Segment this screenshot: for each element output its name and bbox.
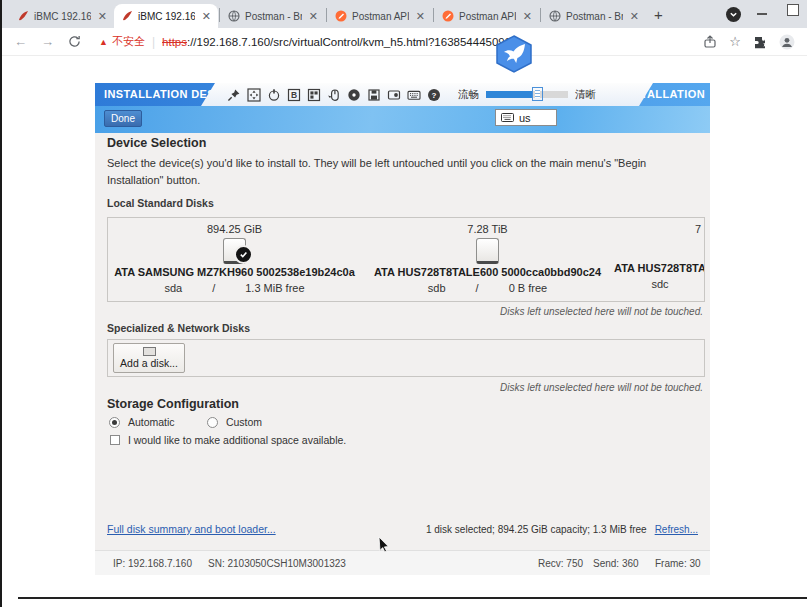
tab-label: Postman - Browse [245,11,302,22]
help-icon[interactable]: ? [425,86,442,103]
disk-size: 7 [614,223,705,235]
disk-sda[interactable]: 894.25 GiB ATA SAMSUNG MZ7KH960 5002538e… [108,218,361,301]
status-send: Send: 360 [593,558,639,569]
back-icon[interactable]: ← [14,34,27,49]
tab-strip: iBMC 192.168.7.16 ✕ iBMC 192.168.7.16 ✕ … [0,0,807,28]
profile-avatar[interactable] [779,34,795,50]
radio-custom[interactable]: Custom [207,416,262,428]
disk-size: 894.25 GiB [108,223,361,235]
tab-ibmc-2-active[interactable]: iBMC 192.168.7.16 ✕ [114,4,218,28]
extensions-puzzle-icon[interactable] [753,35,767,49]
slider-label-smooth: 流畅 [458,88,479,102]
url-scheme: https [162,36,187,48]
disk-name: ATA HUS728T8TALE600 5000cca0bbd90c24 [361,266,614,278]
local-disks-panel: 894.25 GiB ATA SAMSUNG MZ7KH960 5002538e… [107,217,705,302]
window-edge-left [0,0,2,607]
bookmark-star-icon[interactable]: ☆ [729,34,741,49]
installer-content: Device Selection Select the device(s) yo… [95,133,710,550]
tab-close-icon[interactable]: ✕ [200,10,211,23]
new-tab-button[interactable]: + [654,6,663,23]
tab-label: Postman API Platfo [352,11,409,22]
refresh-icon[interactable] [68,35,81,48]
forward-icon[interactable]: → [41,34,54,49]
keyboard-layout-value: us [519,112,531,124]
display-record-icon[interactable] [385,86,402,103]
status-ip: IP: 192.168.7.160 [113,558,192,569]
keyboard-layout-indicator[interactable]: us [495,109,557,126]
media-control-icon[interactable] [726,7,741,22]
fullscreen-icon[interactable] [245,86,262,103]
tab-ibmc-1[interactable]: iBMC 192.168.7.16 ✕ [10,4,114,28]
selection-summary: 1 disk selected; 894.25 GiB capacity; 1.… [426,524,647,535]
disk-dev: sda [164,282,182,294]
svg-text:B: B [290,90,296,100]
tab-label: Postman - Browse [566,11,623,22]
pin-icon[interactable] [225,86,242,103]
quality-slider[interactable] [486,91,568,98]
kvm-viewer: INSTALLATION DEST STALLATION B ? 流畅 清晰 [95,83,710,575]
power-icon[interactable] [265,86,282,103]
status-recv: Recv: 750 [538,558,583,569]
postman-favicon [335,10,347,22]
warning-triangle-icon: ▲ [99,37,108,47]
kvm-status-bar: IP: 192.168.7.160 SN: 2103050CSH10M30013… [95,550,710,575]
disk-dev: sdb [428,282,446,294]
disk-selected-check-icon [234,245,253,264]
tab-close-icon[interactable]: ✕ [307,10,318,23]
tab-postman-browse-2[interactable]: Postman - Browse ✕ [542,4,646,28]
done-button[interactable]: Done [104,110,142,127]
security-warning[interactable]: ▲ 不安全 [99,34,145,49]
tab-postman-api-2[interactable]: Postman API Platfo ✕ [435,4,539,28]
installer-title-left: INSTALLATION DEST [104,88,222,100]
keyboard-icon [501,113,514,122]
installer-footer: Full disk summary and boot loader... 1 d… [107,523,698,535]
window-edge-bottom [18,597,807,599]
tab-postman-browse-1[interactable]: Postman - Browse ✕ [221,4,325,28]
tab-close-icon[interactable]: ✕ [414,10,425,23]
tab-close-icon[interactable]: ✕ [96,10,107,23]
screen-layout-icon[interactable] [305,86,322,103]
disk-mount: / [212,282,215,294]
slider-label-sharp: 清晰 [575,88,596,102]
device-selection-title: Device Selection [107,136,206,150]
disk-sdc[interactable]: 7 ATA HUS728T8TAL sdc [614,218,705,301]
refresh-link[interactable]: Refresh... [655,524,698,535]
radio-unselected-icon[interactable] [207,417,218,428]
boot-options-icon[interactable]: B [285,86,302,103]
add-disk-button[interactable]: Add a disk... [113,343,185,373]
thunder-download-icon[interactable] [494,35,534,73]
globe-favicon [549,10,561,22]
globe-favicon [228,10,240,22]
slider-handle[interactable] [532,87,543,101]
disk-free: 1.3 MiB free [245,282,304,294]
radio-automatic[interactable]: Automatic [109,416,175,428]
tab-separator [219,8,220,22]
tab-label: iBMC 192.168.7.16 [138,11,195,22]
radio-selected-icon[interactable] [109,417,120,428]
url-text[interactable]: https://192.168.7.160/src/virtualControl… [162,36,517,48]
tab-close-icon[interactable]: ✕ [521,10,532,23]
maximize-button[interactable] [787,4,799,16]
cd-rom-icon[interactable] [345,86,362,103]
minimize-button[interactable] [757,13,767,15]
url-separator: | [152,35,155,49]
disk-sdb[interactable]: 7.28 TiB ATA HUS728T8TALE600 5000cca0bbd… [361,218,614,301]
tab-postman-api-1[interactable]: Postman API Platfo ✕ [328,4,432,28]
disk-free: 0 B free [509,282,548,294]
kvm-toolbar: B ? 流畅 清晰 [201,83,653,106]
virtual-keyboard-icon[interactable] [405,86,422,103]
additional-space-checkbox[interactable]: I would like to make additional space av… [110,434,346,446]
floppy-icon[interactable] [365,86,382,103]
full-disk-summary-link[interactable]: Full disk summary and boot loader... [107,523,276,535]
tab-label: iBMC 192.168.7.16 [34,11,91,22]
unselected-note: Disks left unselected here will not be t… [500,306,703,317]
unselected-note: Disks left unselected here will not be t… [500,382,703,393]
status-sn: SN: 2103050CSH10M3001323 [208,558,346,569]
postman-favicon [442,10,454,22]
tab-close-icon[interactable]: ✕ [628,10,639,23]
checkbox-icon[interactable] [110,435,120,445]
ibmc-favicon [121,10,133,22]
disk-drive-icon [223,238,246,264]
mouse-settings-icon[interactable] [325,86,342,103]
share-icon[interactable] [703,35,717,49]
